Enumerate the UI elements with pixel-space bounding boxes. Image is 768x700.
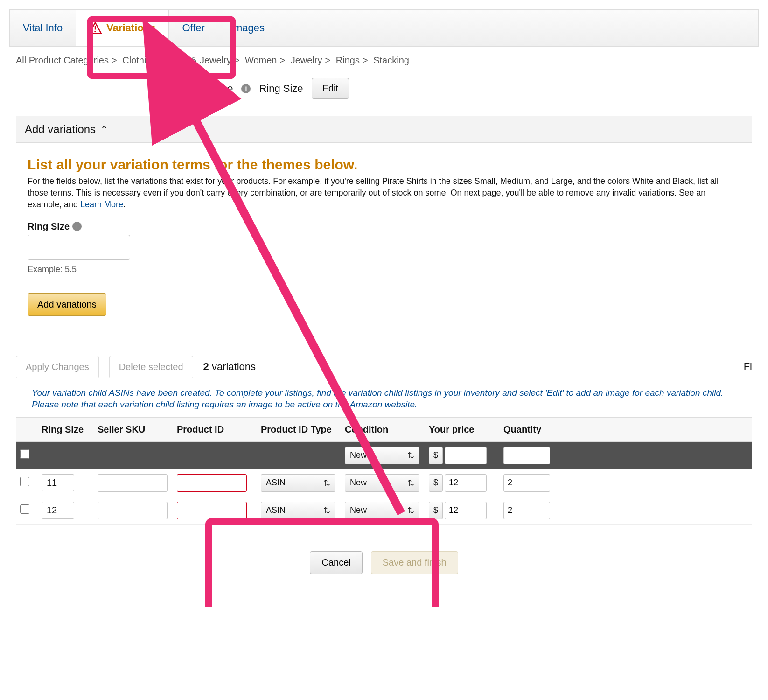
- footer: Cancel Save and finish: [9, 525, 759, 579]
- variation-theme-row: Variation Theme i Ring Size Edit: [9, 68, 759, 116]
- info-icon[interactable]: i: [72, 222, 82, 231]
- tab-offer[interactable]: Offer: [169, 10, 218, 46]
- quantity-input[interactable]: [503, 474, 550, 492]
- apply-changes-button[interactable]: Apply Changes: [16, 356, 99, 378]
- product-id-input[interactable]: [177, 502, 247, 519]
- learn-more-link[interactable]: Learn More: [80, 200, 123, 209]
- crumb-item[interactable]: Stacking: [373, 55, 409, 65]
- panel-header[interactable]: Add variations ⌃: [16, 116, 752, 143]
- tab-variations-label: Variations: [106, 22, 155, 34]
- col-your-price: Your price: [425, 418, 500, 441]
- actions-row: Apply Changes Delete selected 2 variatio…: [9, 336, 759, 383]
- currency-label: $: [429, 502, 443, 519]
- crumb-item[interactable]: Rings: [336, 55, 360, 65]
- crumb-item[interactable]: All Product Categories: [16, 55, 109, 65]
- chevron-updown-icon: ⇅: [407, 505, 414, 516]
- price-input[interactable]: [445, 502, 487, 519]
- col-quantity: Quantity: [500, 418, 574, 441]
- crumb-item[interactable]: Clothing, Shoes & Jewelry: [122, 55, 231, 65]
- add-variations-button[interactable]: Add variations: [28, 293, 106, 316]
- col-product-id-type: Product ID Type: [257, 418, 341, 441]
- variation-theme-label: Variation Theme: [159, 83, 233, 95]
- chevron-updown-icon: ⇅: [407, 450, 414, 461]
- ring-size-label: Ring Size i: [28, 221, 740, 232]
- condition-select[interactable]: New⇅: [345, 502, 419, 519]
- tab-images[interactable]: Images: [218, 10, 278, 46]
- seller-sku-input[interactable]: [98, 502, 168, 519]
- cutoff-text: Fi: [744, 361, 752, 373]
- product-id-type-select[interactable]: ASIN⇅: [261, 502, 335, 519]
- variation-theme-value: Ring Size: [259, 83, 303, 95]
- quantity-input[interactable]: [503, 502, 550, 519]
- product-id-type-select[interactable]: ASIN⇅: [261, 474, 335, 492]
- row-checkbox[interactable]: [20, 477, 29, 486]
- delete-selected-button[interactable]: Delete selected: [109, 356, 193, 378]
- currency-label: $: [429, 474, 443, 492]
- col-ring-size: Ring Size: [38, 418, 94, 441]
- tab-vital-info[interactable]: Vital Info: [10, 10, 76, 46]
- price-input[interactable]: [445, 474, 487, 492]
- col-condition: Condition: [341, 418, 425, 441]
- panel-instructions: For the fields below, list the variation…: [28, 175, 740, 211]
- add-variations-panel: Add variations ⌃ List all your variation…: [16, 116, 752, 336]
- edit-button[interactable]: Edit: [312, 78, 349, 99]
- panel-header-label: Add variations: [25, 123, 96, 136]
- chevron-updown-icon: ⇅: [323, 505, 330, 516]
- row-checkbox[interactable]: [20, 504, 29, 514]
- col-seller-sku: Seller SKU: [94, 418, 173, 441]
- ring-size-input[interactable]: [28, 235, 130, 260]
- price-input-all[interactable]: [445, 447, 487, 464]
- save-and-finish-button[interactable]: Save and finish: [371, 551, 458, 574]
- breadcrumb: All Product Categories> Clothing, Shoes …: [9, 47, 759, 68]
- ring-size-example: Example: 5.5: [28, 265, 740, 274]
- col-product-id: Product ID: [173, 418, 257, 441]
- svg-point-1: [95, 31, 96, 32]
- cancel-button[interactable]: Cancel: [310, 551, 362, 574]
- tab-variations[interactable]: Variations: [76, 10, 169, 46]
- tab-bar: Vital Info Variations Offer Images: [9, 9, 759, 47]
- table-apply-all-row: New⇅ $: [16, 442, 752, 469]
- variation-count: 2 variations: [203, 361, 256, 373]
- condition-select[interactable]: New⇅: [345, 474, 419, 492]
- product-id-input[interactable]: [177, 474, 247, 492]
- warning-icon: [89, 22, 102, 34]
- chevron-up-icon: ⌃: [100, 124, 108, 135]
- quantity-input-all[interactable]: [503, 447, 550, 464]
- info-icon[interactable]: i: [241, 84, 251, 93]
- chevron-updown-icon: ⇅: [323, 478, 330, 488]
- crumb-item[interactable]: Jewelry: [291, 55, 322, 65]
- crumb-item[interactable]: Women: [245, 55, 277, 65]
- condition-select-all[interactable]: New⇅: [345, 447, 419, 464]
- select-all-checkbox[interactable]: [20, 449, 29, 459]
- currency-label: $: [429, 447, 443, 464]
- table-header: Ring Size Seller SKU Product ID Product …: [16, 418, 752, 442]
- variations-table: Ring Size Seller SKU Product ID Product …: [16, 417, 752, 525]
- info-message: Your variation child ASINs have been cre…: [9, 383, 759, 417]
- panel-title: List all your variation terms for the th…: [28, 157, 740, 173]
- ring-size-value: 12: [42, 502, 74, 519]
- table-row: 11 ASIN⇅ New⇅ $: [16, 469, 752, 497]
- table-row: 12 ASIN⇅ New⇅ $: [16, 497, 752, 525]
- seller-sku-input[interactable]: [98, 474, 168, 492]
- chevron-updown-icon: ⇅: [407, 478, 414, 488]
- ring-size-value: 11: [42, 474, 74, 491]
